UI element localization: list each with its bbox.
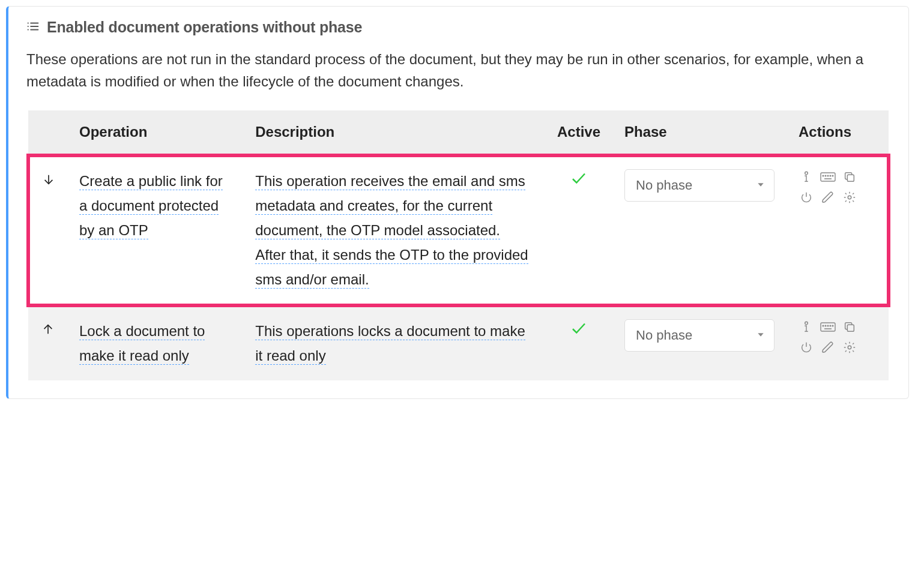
svg-point-14	[832, 176, 833, 177]
copy-icon[interactable]	[842, 319, 857, 335]
keyboard-icon[interactable]	[820, 169, 836, 185]
svg-point-17	[848, 196, 851, 200]
svg-point-8	[805, 172, 808, 175]
panel-header: Enabled document operations without phas…	[26, 19, 890, 36]
svg-point-29	[848, 346, 851, 350]
phase-cell: No phase	[612, 305, 787, 380]
col-actions: Actions	[787, 110, 889, 155]
gear-icon[interactable]	[842, 190, 857, 205]
operation-cell: Create a public link for a document prot…	[67, 155, 243, 305]
active-cell	[545, 305, 612, 380]
svg-rect-21	[821, 323, 835, 331]
chevron-down-icon	[756, 328, 766, 343]
operation-cell: Lock a document to make it read only	[67, 305, 243, 380]
chevron-down-icon	[756, 178, 766, 193]
keyboard-icon[interactable]	[820, 319, 836, 335]
active-cell	[545, 155, 612, 305]
edit-icon[interactable]	[820, 340, 836, 355]
description-link[interactable]: This operation receives the email and sm…	[255, 173, 528, 288]
actions-cell	[787, 155, 889, 305]
table-header-row: Operation Description Active Phase Actio…	[28, 110, 889, 155]
description-link[interactable]: This operations locks a document to make…	[255, 323, 525, 365]
operation-link[interactable]: Lock a document to make it read only	[79, 323, 205, 365]
svg-rect-16	[847, 175, 854, 182]
svg-rect-9	[821, 173, 835, 181]
phase-select-value: No phase	[636, 178, 692, 193]
svg-point-23	[825, 326, 826, 327]
edit-icon[interactable]	[820, 190, 836, 205]
check-icon	[570, 174, 588, 190]
col-description: Description	[243, 110, 545, 155]
operations-panel: Enabled document operations without phas…	[6, 6, 909, 399]
svg-point-10	[823, 176, 824, 177]
actions-cell	[787, 305, 889, 380]
action-icons	[799, 169, 875, 205]
move-cell	[28, 155, 67, 305]
power-icon[interactable]	[799, 190, 814, 205]
description-cell: This operation receives the email and sm…	[243, 155, 545, 305]
copy-icon[interactable]	[842, 169, 857, 185]
svg-marker-7	[758, 184, 763, 187]
svg-point-13	[830, 176, 831, 177]
col-operation: Operation	[67, 110, 243, 155]
svg-point-20	[805, 322, 808, 325]
operations-table: Operation Description Active Phase Actio…	[26, 110, 890, 380]
phase-cell: No phase	[612, 155, 787, 305]
svg-point-24	[827, 326, 829, 327]
svg-point-26	[832, 326, 833, 327]
info-icon[interactable]	[799, 319, 814, 335]
col-phase: Phase	[612, 110, 787, 155]
table-row: Create a public link for a document prot…	[28, 155, 889, 305]
col-move	[28, 110, 67, 155]
col-active: Active	[545, 110, 612, 155]
power-icon[interactable]	[799, 340, 814, 355]
arrow-up-icon[interactable]	[41, 319, 55, 340]
svg-rect-28	[847, 325, 854, 332]
phase-select-value: No phase	[636, 328, 692, 343]
info-icon[interactable]	[799, 169, 814, 185]
svg-point-25	[830, 326, 831, 327]
svg-marker-19	[758, 334, 763, 337]
panel-title: Enabled document operations without phas…	[47, 19, 362, 36]
list-icon	[26, 20, 40, 35]
phase-select[interactable]: No phase	[624, 169, 775, 202]
svg-point-22	[823, 326, 824, 327]
phase-select[interactable]: No phase	[624, 319, 775, 352]
move-cell	[28, 305, 67, 380]
gear-icon[interactable]	[842, 340, 857, 355]
arrow-down-icon[interactable]	[42, 169, 55, 190]
svg-point-12	[827, 176, 829, 177]
check-icon	[570, 324, 588, 340]
action-icons	[799, 319, 877, 355]
table-row: Lock a document to make it read only Thi…	[28, 305, 889, 380]
operation-link[interactable]: Create a public link for a document prot…	[79, 173, 223, 239]
panel-description: These operations are not run in the stan…	[26, 48, 890, 92]
svg-point-11	[825, 176, 826, 177]
description-cell: This operations locks a document to make…	[243, 305, 545, 380]
